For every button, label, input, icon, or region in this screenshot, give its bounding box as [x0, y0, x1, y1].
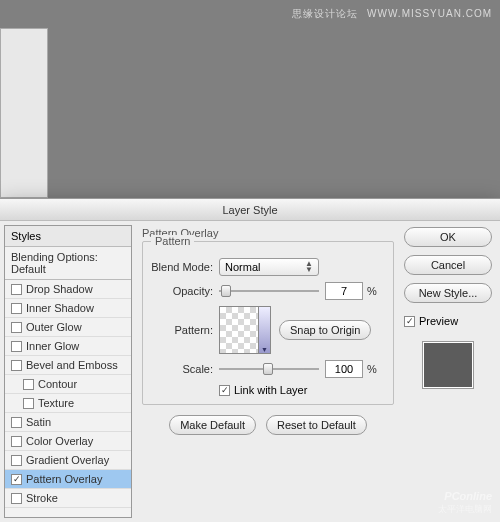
style-item-label: Drop Shadow: [26, 283, 93, 295]
style-item-color-overlay[interactable]: Color Overlay: [5, 432, 131, 451]
watermark-top-url: WWW.MISSYUAN.COM: [367, 8, 492, 19]
reset-default-button[interactable]: Reset to Default: [266, 415, 367, 435]
blend-mode-row: Blend Mode: Normal ▲▼: [151, 258, 385, 276]
percent-label: %: [367, 285, 377, 297]
style-item-label: Contour: [38, 378, 77, 390]
style-item-stroke[interactable]: Stroke: [5, 489, 131, 508]
scale-row: Scale: 100 %: [151, 360, 385, 378]
style-item-inner-glow[interactable]: Inner Glow: [5, 337, 131, 356]
checkbox[interactable]: ✓: [11, 474, 22, 485]
checkbox[interactable]: [11, 284, 22, 295]
scale-label: Scale:: [151, 363, 213, 375]
layer-style-dialog: Layer Style Styles Blending Options: Def…: [0, 198, 500, 522]
checkbox[interactable]: [11, 417, 22, 428]
updown-icon: ▲▼: [305, 261, 313, 273]
default-buttons-row: Make Default Reset to Default: [142, 415, 394, 435]
style-item-satin[interactable]: Satin: [5, 413, 131, 432]
ok-button[interactable]: OK: [404, 227, 492, 247]
dialog-titlebar[interactable]: Layer Style: [0, 199, 500, 221]
checkbox[interactable]: [11, 455, 22, 466]
background-panel: [0, 28, 48, 198]
style-item-label: Pattern Overlay: [26, 473, 102, 485]
dialog-body: Styles Blending Options: Default Drop Sh…: [0, 221, 500, 522]
pattern-fieldset: Pattern Blend Mode: Normal ▲▼ Opacity: 7…: [142, 241, 394, 405]
opacity-label: Opacity:: [151, 285, 213, 297]
checkbox[interactable]: [11, 303, 22, 314]
right-column: OK Cancel New Style... ✓ Preview: [404, 221, 500, 522]
blend-mode-value: Normal: [225, 261, 260, 273]
style-item-pattern-overlay[interactable]: ✓Pattern Overlay: [5, 470, 131, 489]
checkbox[interactable]: [11, 341, 22, 352]
fieldset-legend: Pattern: [151, 235, 194, 247]
link-with-layer-row[interactable]: ✓ Link with Layer: [219, 384, 385, 396]
style-item-label: Gradient Overlay: [26, 454, 109, 466]
style-item-label: Bevel and Emboss: [26, 359, 118, 371]
cancel-button[interactable]: Cancel: [404, 255, 492, 275]
blending-options-row[interactable]: Blending Options: Default: [5, 247, 131, 280]
pattern-label: Pattern:: [151, 324, 213, 336]
style-item-label: Stroke: [26, 492, 58, 504]
watermark-sub: 太平洋电脑网: [438, 503, 492, 516]
preview-toggle[interactable]: ✓ Preview: [404, 315, 492, 327]
opacity-slider[interactable]: [219, 285, 319, 297]
style-item-drop-shadow[interactable]: Drop Shadow: [5, 280, 131, 299]
watermark-bottom: PConline 太平洋电脑网: [438, 487, 492, 516]
watermark-brand: PConline: [444, 490, 492, 502]
style-item-label: Inner Glow: [26, 340, 79, 352]
settings-column: Pattern Overlay Pattern Blend Mode: Norm…: [132, 221, 404, 522]
style-item-texture[interactable]: Texture: [5, 394, 131, 413]
preview-swatch: [422, 341, 474, 389]
pattern-picker[interactable]: ▼: [219, 306, 271, 354]
watermark-top: 思缘设计论坛 WWW.MISSYUAN.COM: [287, 6, 492, 21]
styles-header[interactable]: Styles: [5, 226, 131, 247]
blend-mode-label: Blend Mode:: [151, 261, 213, 273]
checkbox[interactable]: [11, 360, 22, 371]
checkbox[interactable]: [11, 493, 22, 504]
style-item-outer-glow[interactable]: Outer Glow: [5, 318, 131, 337]
snap-to-origin-button[interactable]: Snap to Origin: [279, 320, 371, 340]
style-item-bevel-and-emboss[interactable]: Bevel and Emboss: [5, 356, 131, 375]
link-label: Link with Layer: [234, 384, 307, 396]
style-item-label: Satin: [26, 416, 51, 428]
watermark-top-text: 思缘设计论坛: [292, 8, 358, 19]
checkbox[interactable]: [23, 379, 34, 390]
link-checkbox[interactable]: ✓: [219, 385, 230, 396]
scale-input[interactable]: 100: [325, 360, 363, 378]
style-item-label: Outer Glow: [26, 321, 82, 333]
preview-label: Preview: [419, 315, 458, 327]
checkbox[interactable]: [11, 322, 22, 333]
style-item-label: Inner Shadow: [26, 302, 94, 314]
style-list: Drop ShadowInner ShadowOuter GlowInner G…: [5, 280, 131, 517]
style-item-inner-shadow[interactable]: Inner Shadow: [5, 299, 131, 318]
chevron-down-icon: ▼: [258, 307, 270, 353]
new-style-button[interactable]: New Style...: [404, 283, 492, 303]
style-item-label: Texture: [38, 397, 74, 409]
checkbox[interactable]: [23, 398, 34, 409]
style-item-contour[interactable]: Contour: [5, 375, 131, 394]
make-default-button[interactable]: Make Default: [169, 415, 256, 435]
pattern-row: Pattern: ▼ Snap to Origin: [151, 306, 385, 354]
preview-checkbox[interactable]: ✓: [404, 316, 415, 327]
opacity-input[interactable]: 7: [325, 282, 363, 300]
checkbox[interactable]: [11, 436, 22, 447]
style-item-label: Color Overlay: [26, 435, 93, 447]
opacity-row: Opacity: 7 %: [151, 282, 385, 300]
style-item-gradient-overlay[interactable]: Gradient Overlay: [5, 451, 131, 470]
blend-mode-select[interactable]: Normal ▲▼: [219, 258, 319, 276]
styles-column: Styles Blending Options: Default Drop Sh…: [4, 225, 132, 518]
scale-slider[interactable]: [219, 363, 319, 375]
percent-label: %: [367, 363, 377, 375]
